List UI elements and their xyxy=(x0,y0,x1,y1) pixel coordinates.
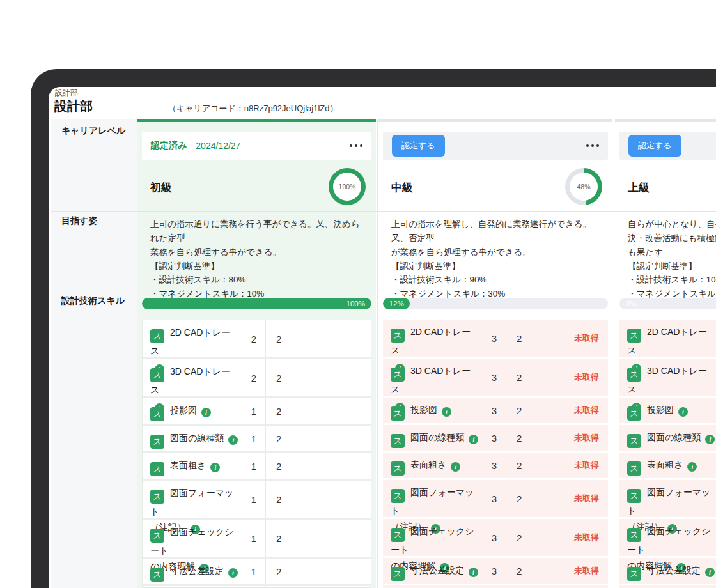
skill-name-cell: ス2D CADトレースi xyxy=(619,320,716,357)
career-code: （キャリアコード：n8Rz7p92JeUQjlaj1lZd） xyxy=(168,103,338,114)
skill-progress-fill: 12% xyxy=(383,298,410,309)
skill-row: ス2D CADトレースi xyxy=(619,320,716,357)
skill-name-cell: ス図面フォーマット （注記）i 3 xyxy=(383,480,506,517)
more-menu-icon[interactable] xyxy=(350,144,362,147)
skill-name: 表面粗さ xyxy=(410,460,446,470)
more-menu-icon[interactable] xyxy=(586,144,599,147)
info-icon[interactable]: i xyxy=(228,568,238,578)
skill-name: 投影図 xyxy=(170,405,197,415)
skill-name-cell: ス表面粗さi xyxy=(619,453,716,478)
skill-progress-bar: 0% xyxy=(619,298,716,309)
skill-name-cell: ス図面チェックシート の内容理解i 1 xyxy=(143,520,265,557)
skill-icon: ス xyxy=(150,368,164,382)
skill-icon: ス xyxy=(150,435,164,449)
skill-name-cell: ス図面フォーマット （注記）i 1 xyxy=(143,481,265,518)
skill-row: ス3D CADトレースi 3 2 未取得 xyxy=(383,359,608,396)
info-icon[interactable]: i xyxy=(228,435,238,445)
skill-name-cell: ス寸法公差設定i 3 xyxy=(383,558,506,584)
skill-name-cell: ス図面の線種類i 1 xyxy=(143,426,265,451)
skill-row: ス図面チェックシート の内容理解i xyxy=(619,519,716,556)
required-level: 3 xyxy=(492,369,497,385)
skill-row: ス投影図i 3 2 未取得 xyxy=(383,398,608,423)
required-level: 1 xyxy=(251,458,256,474)
certify-button[interactable]: 認定する xyxy=(392,135,445,157)
certify-button[interactable]: 認定する xyxy=(628,135,681,157)
skill-name: 投影図 xyxy=(647,405,674,415)
current-level: 2 xyxy=(276,373,281,383)
progress-circle-label: 100% xyxy=(339,183,356,190)
skill-icon: ス xyxy=(627,567,641,581)
acquisition-status: 未取得 xyxy=(574,405,599,416)
info-icon[interactable]: i xyxy=(210,463,220,472)
certified-date: 2024/12/27 xyxy=(196,141,240,151)
current-level: 2 xyxy=(517,405,522,416)
skill-row: ス表面粗さi 3 2 未取得 xyxy=(383,453,608,478)
skill-name-cell: ス投影図i 1 xyxy=(143,398,265,424)
level-name: 初級 xyxy=(150,180,172,195)
level-name: 上級 xyxy=(628,180,650,195)
target-description: 上司の指示通りに業務を行う事ができる。又、決められた定型 業務を自ら処理する事が… xyxy=(150,217,368,301)
level-column-3: 認定する 上級 自らが中心となり、自発的 決・改善活動にも積極敵に も果たす 【… xyxy=(615,119,716,588)
skill-row: ス寸法公差設定i 1 2 xyxy=(143,559,371,584)
skill-icon: ス xyxy=(391,489,405,503)
skill-row: ス図面フォーマット （注記）i xyxy=(619,480,716,517)
skill-icon: ス xyxy=(627,368,641,382)
required-level: 3 xyxy=(492,403,497,419)
skill-row: ス図面チェックシート の内容理解i 1 2 xyxy=(143,520,371,557)
info-icon[interactable]: i xyxy=(442,407,451,417)
skill-value-cell: 2 未取得 xyxy=(506,453,608,478)
info-icon[interactable]: i xyxy=(469,435,478,444)
grid-line xyxy=(377,119,378,588)
current-level: 2 xyxy=(517,372,522,383)
skill-icon: ス xyxy=(391,406,405,421)
skill-name-cell: ス図面チェックシート の内容理解i xyxy=(619,519,716,556)
acquisition-status: 未取得 xyxy=(574,432,599,444)
skill-progress-fill: 100% xyxy=(142,298,371,309)
current-level: 2 xyxy=(276,533,281,544)
required-level: 3 xyxy=(492,491,497,507)
row-label-target: 目指す姿 xyxy=(61,215,97,227)
acquisition-status: 未取得 xyxy=(574,332,599,344)
row-label-design-skill: 設計技術スキル xyxy=(61,295,125,307)
skill-name-cell: ス表面粗さi 3 xyxy=(383,453,506,478)
info-icon[interactable]: i xyxy=(678,407,688,417)
required-level: 1 xyxy=(251,564,256,580)
current-level: 2 xyxy=(276,406,281,417)
skill-value-cell: 2 xyxy=(265,426,371,451)
status-strip: 認定済み 2024/12/27 xyxy=(142,132,371,160)
skill-row: ス図面フォーマット （注記）i 3 2 未取得 xyxy=(383,480,608,517)
row-label-column: キャリアレベル 目指す姿 設計技術スキル xyxy=(51,119,137,588)
skill-value-cell: 2 xyxy=(265,398,371,424)
skill-name-cell: ス3D CADトレースi 3 xyxy=(383,359,506,396)
skill-row: ス2D CADトレースi 2 2 xyxy=(143,320,371,357)
skill-row: ス表面粗さi 1 2 xyxy=(143,453,371,479)
skill-icon: ス xyxy=(391,567,405,581)
skill-icon: ス xyxy=(150,568,164,582)
skill-row: ス3D CADトレースi xyxy=(619,359,716,396)
current-level: 2 xyxy=(517,433,522,444)
skill-name: 図面の線種類 xyxy=(647,432,701,442)
skill-name-cell: ス図面の線種類i xyxy=(619,425,716,451)
info-icon[interactable]: i xyxy=(451,462,460,472)
skill-icon: ス xyxy=(150,490,164,504)
skill-value-cell: 2 xyxy=(265,320,371,357)
info-icon[interactable]: i xyxy=(705,435,715,444)
acquisition-status: 未取得 xyxy=(574,371,599,383)
skill-name-cell: ス図面チェックシート の内容理解i 3 xyxy=(383,519,506,556)
grid-line xyxy=(614,119,614,588)
required-level: 2 xyxy=(251,370,256,386)
skill-row: ス2D CADトレースi 3 2 未取得 xyxy=(383,320,608,357)
skill-row: ス3D CADトレースi 2 2 xyxy=(143,359,371,396)
required-level: 1 xyxy=(251,431,256,447)
info-icon[interactable]: i xyxy=(705,568,715,577)
current-level: 2 xyxy=(276,494,281,505)
info-icon[interactable]: i xyxy=(687,462,697,472)
info-icon[interactable]: i xyxy=(201,408,211,417)
skill-value-cell: 2 未取得 xyxy=(506,359,608,396)
skill-icon: ス xyxy=(627,329,641,343)
grid-line xyxy=(51,288,716,288)
info-icon[interactable]: i xyxy=(469,568,478,577)
acquisition-status: 未取得 xyxy=(574,565,599,576)
acquisition-status: 未取得 xyxy=(574,493,599,504)
breadcrumb[interactable]: 設計部 xyxy=(55,88,78,98)
